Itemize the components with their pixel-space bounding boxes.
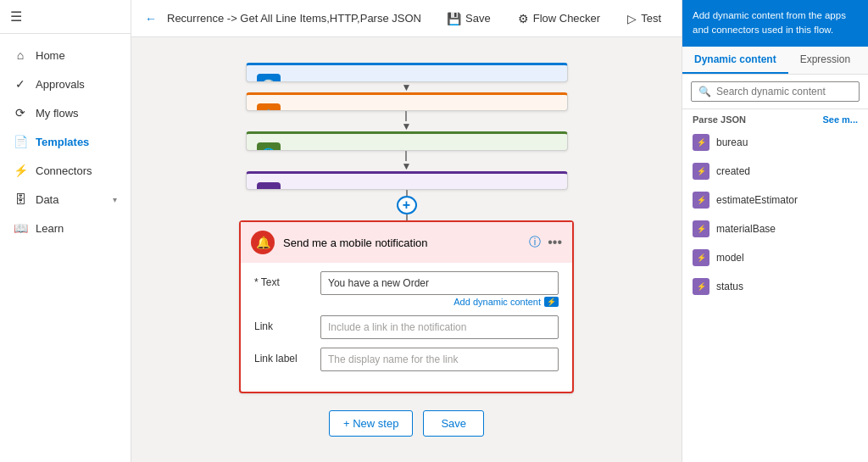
sidebar-label-data: Data <box>36 193 104 206</box>
get-all-node-header[interactable]: 📋 Get All Line Items ••• <box>247 95 567 112</box>
new-step-button[interactable]: + New step <box>329 410 413 437</box>
get-all-node[interactable]: 📋 Get All Line Items ••• <box>246 92 568 112</box>
sidebar-item-approvals[interactable]: ✓ Approvals <box>0 70 131 98</box>
sidebar-item-connectors[interactable]: ⚡ Connectors <box>0 156 131 185</box>
test-button[interactable]: ▷ Test <box>620 8 668 29</box>
save-button[interactable]: 💾 Save <box>440 8 498 29</box>
dynamic-item-material-label: materialBase <box>716 223 776 235</box>
parse-json-icon: {} <box>257 182 281 191</box>
header: ← Recurrence -> Get All Line Items,HTTP,… <box>131 0 682 37</box>
recurrence-menu-icon[interactable]: ••• <box>540 78 557 82</box>
parse-json-node-header[interactable]: {} Parse JSON ••• <box>247 174 567 191</box>
notification-node-header[interactable]: 🔔 Send me a mobile notification ⓘ ••• <box>241 222 572 263</box>
main-area: ← Recurrence -> Get All Line Items,HTTP,… <box>131 0 682 462</box>
text-input[interactable] <box>320 271 559 295</box>
notification-node-body: * Text Add dynamic content ⚡ Link <box>241 263 572 392</box>
add-dynamic-content-label: Add dynamic content <box>453 297 541 307</box>
sidebar-item-templates[interactable]: 📄 Templates <box>0 127 131 156</box>
link-label-field-label: Link label <box>254 348 314 365</box>
parse-json-node[interactable]: {} Parse JSON ••• <box>246 171 568 191</box>
link-label-input[interactable] <box>320 348 559 371</box>
panel-tabs: Dynamic content Expression <box>682 47 868 75</box>
get-all-icon: 📋 <box>257 103 281 112</box>
text-field-container: Add dynamic content ⚡ <box>320 271 559 307</box>
sidebar: ☰ ⌂ Home ✓ Approvals ⟳ My flows 📄 Templa… <box>0 0 131 462</box>
sidebar-label-approvals: Approvals <box>36 78 117 91</box>
dynamic-items-list: ⚡ bureau ⚡ created ⚡ estimateEstimator ⚡… <box>682 128 868 463</box>
dynamic-item-created-icon: ⚡ <box>693 163 709 180</box>
link-field-container <box>320 315 559 339</box>
add-step-between-button[interactable]: + <box>397 196 417 214</box>
flow-bottom-actions: + New step Save <box>329 410 484 437</box>
dynamic-item-materialBase[interactable]: ⚡ materialBase <box>682 214 868 243</box>
search-input[interactable] <box>716 86 852 97</box>
dynamic-item-status[interactable]: ⚡ status <box>682 272 868 301</box>
learn-icon: 📖 <box>14 221 27 235</box>
search-box: 🔍 <box>691 81 860 102</box>
sidebar-label-my-flows: My flows <box>36 107 117 120</box>
tab-expression[interactable]: Expression <box>788 47 862 74</box>
sidebar-item-home[interactable]: ⌂ Home <box>0 41 131 70</box>
search-icon: 🔍 <box>698 86 711 97</box>
connector-line-4 <box>406 190 408 196</box>
link-label-field-row: Link label <box>254 348 559 371</box>
sidebar-item-my-flows[interactable]: ⟳ My flows <box>0 98 131 127</box>
see-more-link[interactable]: See m... <box>822 114 858 125</box>
link-label-field-container <box>320 348 559 371</box>
recurrence-icon: 🕐 <box>257 74 281 82</box>
breadcrumb: Recurrence -> Get All Line Items,HTTP,Pa… <box>167 12 430 25</box>
notification-menu-icon[interactable]: ••• <box>548 235 562 250</box>
info-icon[interactable]: ⓘ <box>529 235 541 250</box>
back-button[interactable]: ← <box>145 12 157 25</box>
header-actions: 💾 Save ⚙ Flow Checker ▷ Test <box>440 8 668 29</box>
text-field-row: * Text Add dynamic content ⚡ <box>254 271 559 307</box>
tab-dynamic-content[interactable]: Dynamic content <box>682 47 788 74</box>
connector-2: ▼ <box>402 111 412 131</box>
recurrence-node[interactable]: 🕐 Recurrence ••• <box>246 63 568 82</box>
http-icon: 🌐 <box>257 142 281 151</box>
test-icon: ▷ <box>627 12 637 25</box>
add-dynamic-content-link[interactable]: Add dynamic content ⚡ <box>320 297 559 307</box>
sidebar-label-connectors: Connectors <box>36 164 117 177</box>
flow-checker-icon: ⚙ <box>518 12 529 25</box>
right-panel: Add dynamic content from the apps and co… <box>682 0 868 462</box>
sidebar-label-templates: Templates <box>36 136 117 148</box>
dynamic-item-bureau-label: bureau <box>716 136 748 148</box>
link-input[interactable] <box>320 315 559 339</box>
dynamic-item-created-label: created <box>716 165 750 177</box>
get-all-menu-icon[interactable]: ••• <box>540 108 557 112</box>
connector-1: ▼ <box>402 82 412 92</box>
sidebar-top: ☰ <box>0 0 131 34</box>
notification-icon: 🔔 <box>251 231 275 254</box>
dynamic-item-model[interactable]: ⚡ model <box>682 243 868 272</box>
parse-json-menu-icon[interactable]: ••• <box>540 186 557 191</box>
panel-search-container: 🔍 <box>682 75 868 109</box>
connector-line-3 <box>405 151 407 161</box>
dynamic-item-bureau-icon: ⚡ <box>693 134 709 151</box>
recurrence-node-header[interactable]: 🕐 Recurrence ••• <box>247 65 567 82</box>
canvas-save-button[interactable]: Save <box>423 410 484 437</box>
dynamic-badge: ⚡ <box>544 297 559 307</box>
arrow-down-1: ▼ <box>402 82 412 92</box>
text-field-label: * Text <box>254 271 314 288</box>
dynamic-item-bureau[interactable]: ⚡ bureau <box>682 128 868 157</box>
sidebar-item-data[interactable]: 🗄 Data ▾ <box>0 185 131 214</box>
sidebar-label-learn: Learn <box>36 222 117 235</box>
http-node[interactable]: 🌐 HTTP ••• <box>246 131 568 151</box>
dynamic-item-estimate-icon: ⚡ <box>693 192 709 209</box>
dynamic-item-estimateEstimator[interactable]: ⚡ estimateEstimator <box>682 186 868 214</box>
dynamic-item-model-label: model <box>716 252 744 264</box>
dynamic-item-material-icon: ⚡ <box>693 220 709 237</box>
sidebar-item-learn[interactable]: 📖 Learn <box>0 214 131 242</box>
dynamic-item-model-icon: ⚡ <box>693 249 709 266</box>
data-icon: 🗄 <box>14 192 27 206</box>
http-menu-icon[interactable]: ••• <box>540 147 557 151</box>
flow-canvas: 🕐 Recurrence ••• ▼ 📋 Get All Line Items … <box>131 54 682 445</box>
flow-checker-button[interactable]: ⚙ Flow Checker <box>511 8 607 29</box>
http-node-header[interactable]: 🌐 HTTP ••• <box>247 134 567 151</box>
hamburger-icon[interactable]: ☰ <box>10 9 22 24</box>
canvas-area: 🕐 Recurrence ••• ▼ 📋 Get All Line Items … <box>131 37 682 462</box>
connector-4: + <box>397 190 417 220</box>
dynamic-item-created[interactable]: ⚡ created <box>682 157 868 186</box>
templates-icon: 📄 <box>14 135 27 148</box>
